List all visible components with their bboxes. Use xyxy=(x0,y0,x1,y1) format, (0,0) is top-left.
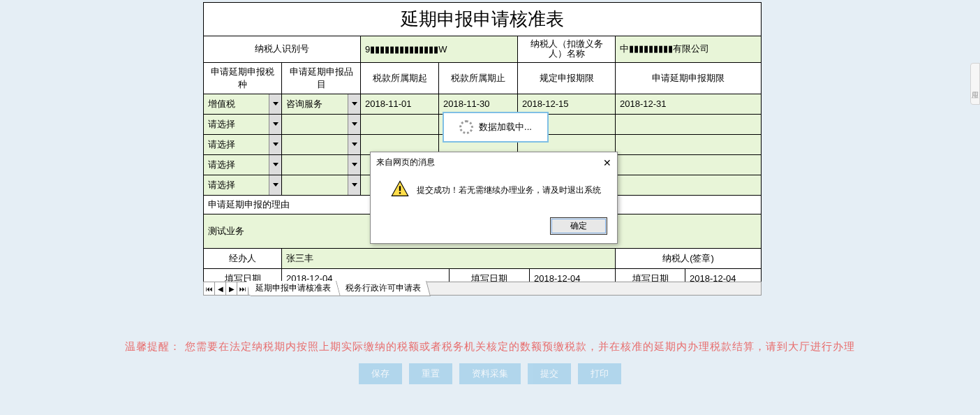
handler-row: 经办人 张三丰 纳税人(签章) xyxy=(204,249,761,269)
prev-icon[interactable]: ◀ xyxy=(215,282,226,295)
period-end-input[interactable]: 2018-11-30 xyxy=(439,94,518,114)
chevron-down-icon xyxy=(348,175,360,195)
warning-icon xyxy=(390,180,410,201)
tax-item-select[interactable] xyxy=(282,175,361,195)
svg-rect-1 xyxy=(399,192,401,194)
chevron-down-icon xyxy=(269,135,281,154)
tax-type-select[interactable]: 增值税 xyxy=(204,94,282,114)
ext-date-input[interactable] xyxy=(616,115,761,134)
tax-type-select[interactable]: 请选择 xyxy=(204,135,282,154)
chevron-down-icon xyxy=(269,175,281,195)
submit-button[interactable]: 提交 xyxy=(528,363,571,384)
tab-approval-form[interactable]: 延期申报申请核准表 xyxy=(246,281,341,296)
col-due-date: 规定申报期限 xyxy=(518,63,616,94)
reminder-label: 温馨提醒： xyxy=(125,340,181,352)
save-button[interactable]: 保存 xyxy=(359,363,402,384)
chevron-down-icon xyxy=(348,115,360,134)
chevron-down-icon xyxy=(348,94,360,114)
ext-date-input[interactable] xyxy=(616,175,761,195)
dialog-title: 来自网页的消息 xyxy=(376,156,435,168)
col-tax-type: 申请延期申报税种 xyxy=(204,63,282,94)
spinner-icon xyxy=(459,120,473,134)
column-headers: 申请延期申报税种 申请延期申报品目 税款所属期起 税款所属期止 规定申报期限 申… xyxy=(204,63,761,94)
tax-type-select[interactable]: 请选择 xyxy=(204,115,282,134)
ext-date-input[interactable] xyxy=(616,155,761,175)
sheet-tabstrip: ⏮ ◀ ▶ ⏭ 延期申报申请核准表 税务行政许可申请表 xyxy=(203,282,762,296)
signer-label: 纳税人(签章) xyxy=(616,249,761,268)
tax-type-select[interactable]: 请选择 xyxy=(204,155,282,175)
ext-date-input[interactable] xyxy=(616,135,761,154)
reset-button[interactable]: 重置 xyxy=(409,363,452,384)
footer-buttons: 保存 重置 资料采集 提交 打印 xyxy=(0,363,980,384)
approval-form: 延期申报申请核准表 纳税人识别号 9▮▮▮▮▮▮▮▮▮▮▮▮▮▮W 纳税人（扣缴… xyxy=(203,2,762,289)
tax-type-select[interactable]: 请选择 xyxy=(204,175,282,195)
col-tax-item: 申请延期申报品目 xyxy=(282,63,361,94)
alert-dialog: 来自网页的消息 ✕ 提交成功！若无需继续办理业务，请及时退出系统 确定 xyxy=(370,152,618,244)
form-title: 延期申报申请核准表 xyxy=(204,3,761,36)
reminder-body: 您需要在法定纳税期内按照上期实际缴纳的税额或者税务机关核定的数额预缴税款，并在核… xyxy=(185,340,855,352)
reminder-text: 温馨提醒： 您需要在法定纳税期内按照上期实际缴纳的税额或者税务机关核定的数额预缴… xyxy=(0,340,980,354)
taxpayer-name-value[interactable]: 中▮▮▮▮▮▮▮▮▮有限公司 xyxy=(616,36,761,62)
handler-label: 经办人 xyxy=(204,249,282,268)
taxpayer-row: 纳税人识别号 9▮▮▮▮▮▮▮▮▮▮▮▮▮▮W 纳税人（扣缴义务人）名称 中▮▮… xyxy=(204,36,761,63)
chevron-down-icon xyxy=(348,135,360,154)
data-collect-button[interactable]: 资料采集 xyxy=(459,363,521,384)
handler-value[interactable]: 张三丰 xyxy=(282,249,616,268)
chevron-down-icon xyxy=(269,94,281,114)
col-period-start: 税款所属期起 xyxy=(361,63,439,94)
dialog-message: 提交成功！若无需继续办理业务，请及时退出系统 xyxy=(417,184,601,196)
print-button[interactable]: 打印 xyxy=(578,363,621,384)
ext-date-input[interactable]: 2018-12-31 xyxy=(616,94,761,114)
tax-item-select[interactable]: 咨询服务 xyxy=(282,94,361,114)
chevron-down-icon xyxy=(348,155,360,175)
chevron-down-icon xyxy=(269,115,281,134)
tax-item-select[interactable] xyxy=(282,115,361,134)
taxpayer-id-label: 纳税人识别号 xyxy=(204,36,361,62)
ok-button[interactable]: 确定 xyxy=(550,217,607,235)
period-start-input[interactable] xyxy=(361,115,439,134)
col-ext-date: 申请延期申报期限 xyxy=(616,63,761,94)
loading-indicator: 数据加载中... xyxy=(443,112,549,143)
side-panel-toggle[interactable]: 应用 xyxy=(970,63,980,105)
close-icon[interactable]: ✕ xyxy=(603,157,611,168)
taxpayer-id-value[interactable]: 9▮▮▮▮▮▮▮▮▮▮▮▮▮▮W xyxy=(361,36,518,62)
svg-rect-0 xyxy=(399,186,401,191)
chevron-down-icon xyxy=(269,155,281,175)
next-icon[interactable]: ▶ xyxy=(226,282,237,295)
col-period-end: 税款所属期止 xyxy=(439,63,518,94)
tab-permit-form[interactable]: 税务行政许可申请表 xyxy=(336,281,431,296)
taxpayer-name-label: 纳税人（扣缴义务人）名称 xyxy=(518,36,616,62)
tax-item-select[interactable] xyxy=(282,135,361,154)
due-date-input[interactable]: 2018-12-15 xyxy=(518,94,616,114)
loading-text: 数据加载中... xyxy=(479,121,532,133)
tax-item-select[interactable] xyxy=(282,155,361,175)
period-start-input[interactable]: 2018-11-01 xyxy=(361,94,439,114)
first-icon[interactable]: ⏮ xyxy=(204,282,215,295)
